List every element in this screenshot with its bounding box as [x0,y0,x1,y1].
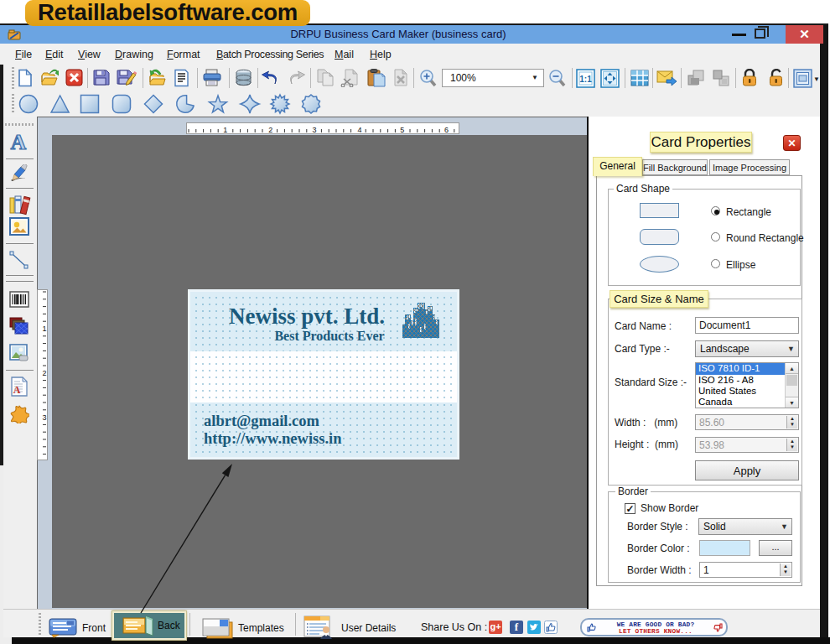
svg-text:A: A [13,384,21,396]
svg-text:1: 1 [42,325,46,333]
svg-text:4: 4 [357,126,361,134]
svg-text:1:1: 1:1 [579,75,592,84]
svg-text:3: 3 [312,126,316,134]
svg-text:1: 1 [223,126,227,134]
svg-text:5: 5 [400,126,404,134]
svg-text:A: A [11,132,27,154]
svg-text:2: 2 [42,369,46,377]
svg-text:6: 6 [444,126,449,134]
svg-text:2: 2 [268,126,272,134]
svg-text:3: 3 [42,413,46,422]
